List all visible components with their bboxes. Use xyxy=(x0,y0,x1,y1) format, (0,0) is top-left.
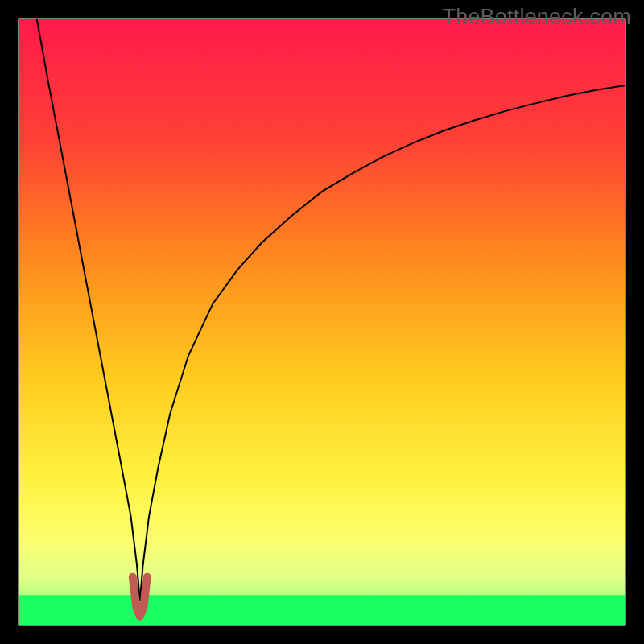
green-band xyxy=(19,595,625,625)
gradient-background xyxy=(19,19,625,625)
bottleneck-chart: { "watermark": "TheBottleneck.com", "cha… xyxy=(0,0,644,644)
watermark: TheBottleneck.com xyxy=(442,5,631,30)
plot-canvas xyxy=(0,0,644,644)
